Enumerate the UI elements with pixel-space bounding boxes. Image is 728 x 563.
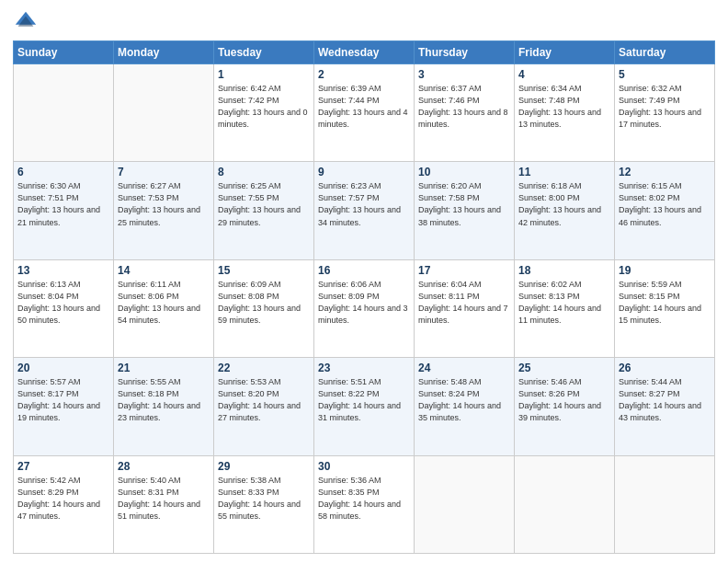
calendar-cell: 5Sunrise: 6:32 AM Sunset: 7:49 PM Daylig… [615,64,715,162]
day-number: 5 [619,68,711,81]
day-number: 23 [318,362,410,374]
day-number: 25 [518,362,610,374]
cell-info: Sunrise: 6:15 AM Sunset: 8:02 PM Dayligh… [619,180,711,228]
calendar-cell: 17Sunrise: 6:04 AM Sunset: 8:11 PM Dayli… [415,259,515,357]
calendar-cell: 28Sunrise: 5:40 AM Sunset: 8:31 PM Dayli… [114,455,214,553]
cell-info: Sunrise: 5:51 AM Sunset: 8:22 PM Dayligh… [318,376,410,424]
calendar-table: SundayMondayTuesdayWednesdayThursdayFrid… [13,40,715,554]
cell-info: Sunrise: 6:02 AM Sunset: 8:13 PM Dayligh… [518,279,610,327]
calendar-cell: 25Sunrise: 5:46 AM Sunset: 8:26 PM Dayli… [515,358,615,455]
cell-info: Sunrise: 6:27 AM Sunset: 7:53 PM Dayligh… [118,180,210,228]
day-number: 6 [17,166,109,178]
day-number: 9 [318,166,410,178]
cell-info: Sunrise: 6:42 AM Sunset: 7:42 PM Dayligh… [218,83,310,131]
cell-info: Sunrise: 6:18 AM Sunset: 8:00 PM Dayligh… [518,180,610,228]
calendar-cell: 21Sunrise: 5:55 AM Sunset: 8:18 PM Dayli… [114,358,214,455]
calendar-cell [515,455,615,553]
day-number: 22 [218,362,310,374]
day-number: 7 [118,166,210,178]
day-number: 20 [17,362,109,374]
calendar-cell: 2Sunrise: 6:39 AM Sunset: 7:44 PM Daylig… [314,64,415,162]
calendar-cell: 9Sunrise: 6:23 AM Sunset: 7:57 PM Daylig… [314,162,415,259]
day-number: 29 [218,460,310,473]
cell-info: Sunrise: 6:06 AM Sunset: 8:09 PM Dayligh… [318,279,410,327]
day-number: 16 [318,264,410,277]
cell-info: Sunrise: 6:09 AM Sunset: 8:08 PM Dayligh… [218,279,310,327]
cell-info: Sunrise: 6:11 AM Sunset: 8:06 PM Dayligh… [118,279,210,327]
calendar-cell: 22Sunrise: 5:53 AM Sunset: 8:20 PM Dayli… [214,358,314,455]
calendar-cell: 10Sunrise: 6:20 AM Sunset: 7:58 PM Dayli… [415,162,515,259]
calendar-cell [415,455,515,553]
day-number: 11 [518,166,610,178]
calendar-cell: 11Sunrise: 6:18 AM Sunset: 8:00 PM Dayli… [515,162,615,259]
day-number: 13 [17,264,109,277]
day-number: 3 [418,68,510,81]
calendar-week-row: 6Sunrise: 6:30 AM Sunset: 7:51 PM Daylig… [14,162,715,259]
logo [13,9,42,35]
weekday-header-cell: Wednesday [314,41,415,64]
cell-info: Sunrise: 5:40 AM Sunset: 8:31 PM Dayligh… [118,475,210,523]
weekday-header-row: SundayMondayTuesdayWednesdayThursdayFrid… [14,41,715,64]
cell-info: Sunrise: 5:55 AM Sunset: 8:18 PM Dayligh… [118,376,210,424]
cell-info: Sunrise: 6:30 AM Sunset: 7:51 PM Dayligh… [17,180,109,228]
cell-info: Sunrise: 6:13 AM Sunset: 8:04 PM Dayligh… [17,279,109,327]
calendar-cell: 30Sunrise: 5:36 AM Sunset: 8:35 PM Dayli… [314,455,415,553]
calendar-cell: 13Sunrise: 6:13 AM Sunset: 8:04 PM Dayli… [14,259,114,357]
calendar-week-row: 1Sunrise: 6:42 AM Sunset: 7:42 PM Daylig… [14,64,715,162]
calendar-week-row: 27Sunrise: 5:42 AM Sunset: 8:29 PM Dayli… [14,455,715,553]
cell-info: Sunrise: 5:38 AM Sunset: 8:33 PM Dayligh… [218,475,310,523]
calendar-cell: 16Sunrise: 6:06 AM Sunset: 8:09 PM Dayli… [314,259,415,357]
day-number: 15 [218,264,310,277]
day-number: 2 [318,68,410,81]
calendar-cell: 4Sunrise: 6:34 AM Sunset: 7:48 PM Daylig… [515,64,615,162]
calendar-cell: 20Sunrise: 5:57 AM Sunset: 8:17 PM Dayli… [14,358,114,455]
day-number: 21 [118,362,210,374]
calendar-cell: 18Sunrise: 6:02 AM Sunset: 8:13 PM Dayli… [515,259,615,357]
cell-info: Sunrise: 5:57 AM Sunset: 8:17 PM Dayligh… [17,376,109,424]
calendar-cell: 19Sunrise: 5:59 AM Sunset: 8:15 PM Dayli… [615,259,715,357]
day-number: 8 [218,166,310,178]
calendar-cell: 26Sunrise: 5:44 AM Sunset: 8:27 PM Dayli… [615,358,715,455]
day-number: 27 [17,460,109,473]
calendar-cell: 14Sunrise: 6:11 AM Sunset: 8:06 PM Dayli… [114,259,214,357]
day-number: 18 [518,264,610,277]
cell-info: Sunrise: 6:04 AM Sunset: 8:11 PM Dayligh… [418,279,510,327]
calendar-cell: 1Sunrise: 6:42 AM Sunset: 7:42 PM Daylig… [214,64,314,162]
day-number: 30 [318,460,410,473]
weekday-header-cell: Friday [515,41,615,64]
calendar-cell: 7Sunrise: 6:27 AM Sunset: 7:53 PM Daylig… [114,162,214,259]
cell-info: Sunrise: 5:44 AM Sunset: 8:27 PM Dayligh… [619,376,711,424]
day-number: 17 [418,264,510,277]
calendar-cell [14,64,114,162]
page: SundayMondayTuesdayWednesdayThursdayFrid… [0,0,728,563]
weekday-header-cell: Sunday [14,41,114,64]
weekday-header-cell: Thursday [415,41,515,64]
cell-info: Sunrise: 5:42 AM Sunset: 8:29 PM Dayligh… [17,475,109,523]
weekday-header-cell: Saturday [615,41,715,64]
calendar-body: 1Sunrise: 6:42 AM Sunset: 7:42 PM Daylig… [14,64,715,554]
calendar-week-row: 13Sunrise: 6:13 AM Sunset: 8:04 PM Dayli… [14,259,715,357]
day-number: 26 [619,362,711,374]
calendar-cell [114,64,214,162]
cell-info: Sunrise: 6:39 AM Sunset: 7:44 PM Dayligh… [318,83,410,131]
day-number: 4 [518,68,610,81]
calendar-week-row: 20Sunrise: 5:57 AM Sunset: 8:17 PM Dayli… [14,358,715,455]
cell-info: Sunrise: 6:32 AM Sunset: 7:49 PM Dayligh… [619,83,711,131]
header [13,9,715,35]
logo-icon [13,9,39,35]
day-number: 14 [118,264,210,277]
cell-info: Sunrise: 5:46 AM Sunset: 8:26 PM Dayligh… [518,376,610,424]
day-number: 28 [118,460,210,473]
cell-info: Sunrise: 6:37 AM Sunset: 7:46 PM Dayligh… [418,83,510,131]
cell-info: Sunrise: 5:36 AM Sunset: 8:35 PM Dayligh… [318,475,410,523]
day-number: 12 [619,166,711,178]
calendar-cell: 12Sunrise: 6:15 AM Sunset: 8:02 PM Dayli… [615,162,715,259]
day-number: 24 [418,362,510,374]
calendar-cell [615,455,715,553]
calendar-cell: 23Sunrise: 5:51 AM Sunset: 8:22 PM Dayli… [314,358,415,455]
cell-info: Sunrise: 5:48 AM Sunset: 8:24 PM Dayligh… [418,376,510,424]
cell-info: Sunrise: 6:25 AM Sunset: 7:55 PM Dayligh… [218,180,310,228]
calendar-cell: 24Sunrise: 5:48 AM Sunset: 8:24 PM Dayli… [415,358,515,455]
calendar-cell: 27Sunrise: 5:42 AM Sunset: 8:29 PM Dayli… [14,455,114,553]
cell-info: Sunrise: 5:59 AM Sunset: 8:15 PM Dayligh… [619,279,711,327]
